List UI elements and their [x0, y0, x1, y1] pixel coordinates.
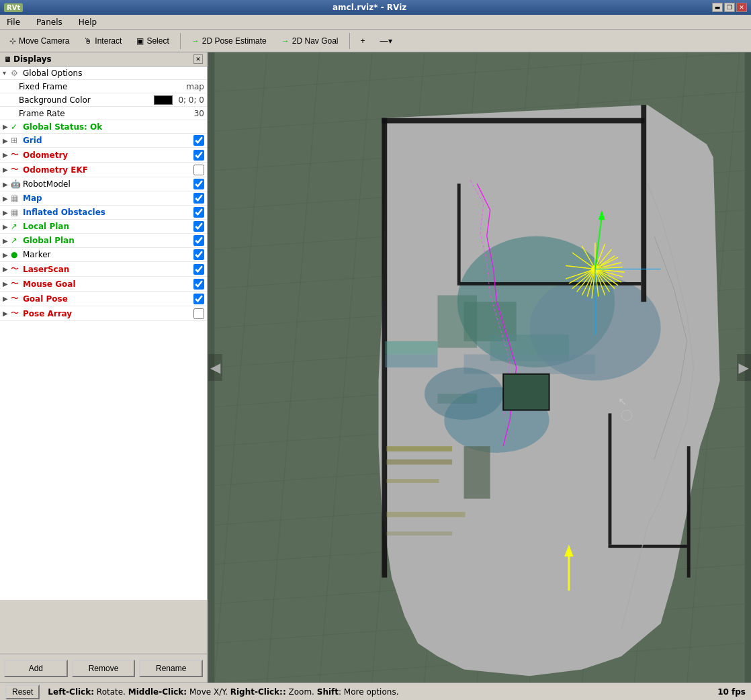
minimize-button[interactable]: ▬: [712, 3, 723, 12]
list-item: ▶ 🤖 RobotModel: [0, 177, 207, 191]
pose-array-label: Pose Array: [23, 309, 191, 318]
expand-arrow[interactable]: ▶: [3, 223, 11, 230]
toolbar-separator-2: [349, 33, 350, 49]
odometry-ekf-icon: 〜: [11, 164, 23, 175]
displays-close-button[interactable]: ✕: [193, 54, 203, 64]
rename-button[interactable]: Rename: [139, 660, 203, 677]
svg-rect-41: [609, 413, 612, 544]
marker-label: Marker: [23, 250, 191, 259]
expand-arrow[interactable]: ▶: [3, 137, 11, 144]
menu-file[interactable]: File: [3, 16, 24, 28]
displays-header: 🖥 Displays ✕: [0, 52, 207, 67]
expand-arrow[interactable]: ▶: [3, 195, 11, 202]
maximize-button[interactable]: ❐: [724, 3, 735, 12]
goal-pose-label: Goal Pose: [23, 294, 191, 304]
map-visualization: ↖: [208, 52, 751, 683]
statusbar: Reset Left-Click: Rotate. Middle-Click: …: [0, 683, 751, 700]
svg-rect-78: [385, 341, 437, 355]
marker-checkbox[interactable]: [193, 249, 204, 260]
laser-scan-icon: 〜: [11, 263, 23, 275]
bg-color-swatch: [154, 95, 173, 105]
list-item: ▶ 〜 Pose Array: [0, 306, 207, 321]
inflated-obstacles-checkbox[interactable]: [193, 207, 204, 218]
expand-arrow[interactable]: ▶: [3, 166, 11, 173]
select-icon: ▣: [136, 36, 144, 46]
mouse-goal-checkbox[interactable]: [193, 279, 204, 290]
global-options-label: Global Options: [23, 69, 204, 78]
robot-model-checkbox[interactable]: [193, 179, 204, 189]
laser-scan-label: LaserScan: [23, 265, 191, 274]
svg-rect-84: [386, 512, 465, 517]
2d-pose-estimate-label: 2D Pose Estimate: [202, 36, 267, 46]
expand-arrow[interactable]: ▾: [3, 69, 11, 77]
expand-arrow[interactable]: ▶: [3, 251, 11, 259]
list-item: ▶ 〜 Goal Pose: [0, 292, 207, 306]
list-item: ▶ ⊞ Grid: [0, 134, 207, 148]
frame-rate-label: Frame Rate: [19, 109, 191, 118]
expand-arrow[interactable]: ▶: [3, 265, 11, 273]
odometry-ekf-checkbox[interactable]: [193, 165, 204, 175]
titlebar: RVt amcl.rviz* - RViz ▬ ❐ ✕: [0, 0, 751, 15]
svg-rect-83: [386, 479, 439, 483]
expand-arrow[interactable]: ▶: [3, 181, 11, 188]
goal-pose-checkbox[interactable]: [193, 294, 204, 304]
scroll-left-arrow[interactable]: ◀: [208, 354, 222, 381]
map-checkbox[interactable]: [193, 193, 204, 204]
add-tool-button[interactable]: +: [354, 32, 372, 50]
laser-scan-checkbox[interactable]: [193, 264, 204, 275]
expand-arrow[interactable]: ▶: [3, 123, 11, 130]
2d-pose-estimate-button[interactable]: → 2D Pose Estimate: [185, 32, 273, 50]
select-button[interactable]: ▣ Select: [130, 32, 175, 50]
view-button[interactable]: —▾: [373, 32, 399, 50]
move-camera-button[interactable]: ⊹ Move Camera: [3, 32, 76, 50]
2d-nav-goal-button[interactable]: → 2D Nav Goal: [275, 32, 345, 50]
mouse-goal-icon: 〜: [11, 278, 23, 290]
global-plan-label: Global Plan: [23, 236, 191, 245]
list-item: ▶ 〜 LaserScan: [0, 262, 207, 277]
reset-button[interactable]: Reset: [5, 685, 40, 699]
mouse-goal-label: Mouse Goal: [23, 279, 191, 289]
svg-rect-80: [437, 394, 477, 404]
expand-arrow[interactable]: ▶: [3, 280, 11, 288]
expand-arrow[interactable]: ▶: [3, 310, 11, 317]
odometry-checkbox[interactable]: [193, 150, 204, 161]
menubar: File Panels Help: [0, 15, 751, 30]
list-item: Frame Rate 30: [0, 107, 207, 120]
grid-checkbox[interactable]: [193, 135, 204, 146]
scroll-right-arrow[interactable]: ▶: [737, 354, 751, 381]
status-ok-icon: ✓: [11, 122, 23, 132]
status-hint: Left-Click: Rotate. Middle-Click: Move X…: [48, 687, 398, 697]
menu-panels[interactable]: Panels: [32, 16, 67, 28]
main-layout: 🖥 Displays ✕ ▾ ⚙ Global Options Fixed Fr…: [0, 52, 751, 683]
global-status-label: Global Status: Ok: [23, 122, 204, 132]
pose-array-checkbox[interactable]: [193, 308, 204, 319]
2d-pose-estimate-icon: →: [191, 36, 200, 46]
svg-rect-85: [386, 531, 452, 535]
interact-button[interactable]: 🖱 Interact: [77, 32, 128, 50]
expand-arrow[interactable]: ▶: [3, 295, 11, 302]
viewport[interactable]: ↖ ◀ ▶: [208, 52, 751, 683]
expand-arrow[interactable]: ▶: [3, 237, 11, 245]
add-button[interactable]: Add: [4, 660, 68, 677]
map-icon: ▦: [11, 193, 23, 203]
global-plan-checkbox[interactable]: [193, 235, 204, 246]
list-item: ▶ ▦ Map: [0, 191, 207, 206]
panel-spacer: [0, 600, 207, 654]
svg-rect-33: [437, 296, 477, 348]
menu-help[interactable]: Help: [75, 16, 101, 28]
svg-rect-81: [386, 446, 452, 451]
expand-arrow[interactable]: ▶: [3, 209, 11, 216]
left-panel: 🖥 Displays ✕ ▾ ⚙ Global Options Fixed Fr…: [0, 52, 208, 683]
toolbar: ⊹ Move Camera 🖱 Interact ▣ Select → 2D P…: [0, 30, 751, 52]
svg-rect-37: [382, 118, 644, 124]
window-title: amcl.rviz* - RViz: [333, 3, 406, 12]
close-button[interactable]: ✕: [736, 3, 747, 12]
remove-button[interactable]: Remove: [72, 660, 136, 677]
local-plan-checkbox[interactable]: [193, 221, 204, 232]
grid-icon: ⊞: [11, 136, 23, 145]
svg-rect-42: [609, 545, 687, 548]
list-item: ▾ ⚙ Global Options: [0, 67, 207, 80]
fixed-frame-value: map: [186, 82, 204, 91]
expand-arrow[interactable]: ▶: [3, 151, 11, 159]
title-icon: RVt: [4, 3, 23, 12]
